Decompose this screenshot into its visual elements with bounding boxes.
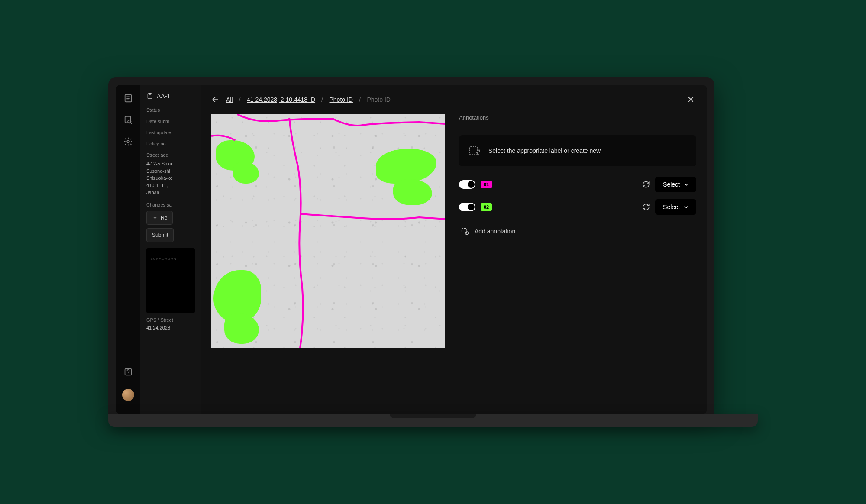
gps-label: GPS / Street bbox=[146, 317, 195, 323]
chevron-down-icon bbox=[684, 205, 688, 209]
toggle-annotation-1[interactable] bbox=[459, 180, 475, 189]
svg-rect-7 bbox=[469, 147, 478, 155]
annotation-badge-1: 01 bbox=[481, 181, 492, 188]
gps-link[interactable]: 41 24.2028, bbox=[146, 325, 195, 330]
annotation-row: 01 Select bbox=[459, 177, 696, 192]
content-area: Annotations Select the appropriate label… bbox=[201, 114, 707, 414]
select-button-2[interactable]: Select bbox=[655, 199, 696, 215]
left-nav-rail bbox=[116, 85, 140, 414]
add-annotation-button[interactable]: Add annotation bbox=[459, 225, 696, 237]
hint-box: Select the appropriate label or create n… bbox=[459, 135, 696, 166]
download-button[interactable]: Re bbox=[146, 211, 173, 225]
laptop-frame: AA-1 Status Date submi Last update Polic… bbox=[108, 77, 714, 414]
avatar[interactable] bbox=[122, 389, 134, 401]
address-line: Japan bbox=[146, 189, 195, 196]
tasks-icon[interactable] bbox=[123, 94, 133, 103]
date-submitted-label: Date submi bbox=[146, 119, 195, 124]
select-button-1[interactable]: Select bbox=[655, 177, 696, 192]
add-annotation-icon bbox=[461, 227, 469, 236]
policy-no-label: Policy no. bbox=[146, 141, 195, 146]
breadcrumb-coords[interactable]: 41 24.2028, 2 10.4418 ID bbox=[247, 96, 315, 103]
toggle-annotation-2[interactable] bbox=[459, 203, 475, 211]
svg-point-3 bbox=[127, 140, 129, 143]
topbar: All / 41 24.2028, 2 10.4418 ID / Photo I… bbox=[201, 85, 707, 114]
submit-button[interactable]: Submit bbox=[146, 228, 174, 242]
hint-text: Select the appropriate label or create n… bbox=[488, 147, 601, 154]
breadcrumb-all[interactable]: All bbox=[226, 96, 233, 103]
status-label: Status bbox=[146, 107, 195, 113]
laptop-base bbox=[108, 414, 758, 427]
doc-id: AA-1 bbox=[157, 93, 170, 100]
address-line: Susono-shi, bbox=[146, 168, 195, 175]
back-button[interactable] bbox=[211, 95, 220, 104]
street-address-label: Street add bbox=[146, 152, 195, 158]
address-line: 4-12-5 Saka bbox=[146, 160, 195, 168]
breadcrumb-current: Photo ID bbox=[367, 96, 390, 103]
address-line: Shizuoka-ke bbox=[146, 174, 195, 182]
thumbnail[interactable] bbox=[146, 248, 195, 313]
refresh-icon[interactable] bbox=[642, 181, 650, 188]
main-panel: All / 41 24.2028, 2 10.4418 ID / Photo I… bbox=[201, 85, 707, 414]
chevron-down-icon bbox=[684, 182, 688, 187]
annotations-panel: Annotations Select the appropriate label… bbox=[459, 114, 696, 404]
app-screen: AA-1 Status Date submi Last update Polic… bbox=[116, 85, 707, 414]
refresh-icon[interactable] bbox=[642, 203, 650, 211]
close-button[interactable]: ✕ bbox=[685, 93, 696, 107]
annotations-title: Annotations bbox=[459, 114, 696, 126]
details-panel: AA-1 Status Date submi Last update Polic… bbox=[140, 85, 201, 414]
gear-icon[interactable] bbox=[123, 137, 133, 146]
last-updated-label: Last update bbox=[146, 130, 195, 135]
annotated-image[interactable] bbox=[211, 114, 445, 348]
address-line: 410-1111, bbox=[146, 182, 195, 189]
breadcrumb-photo[interactable]: Photo ID bbox=[330, 96, 353, 103]
annotation-badge-2: 02 bbox=[481, 203, 492, 211]
doc-header: AA-1 bbox=[146, 93, 195, 100]
help-icon[interactable] bbox=[123, 367, 133, 377]
search-doc-icon[interactable] bbox=[123, 115, 133, 125]
label-hint-icon bbox=[468, 144, 481, 158]
changes-label: Changes sa bbox=[146, 202, 195, 207]
annotation-row: 02 Select bbox=[459, 199, 696, 215]
